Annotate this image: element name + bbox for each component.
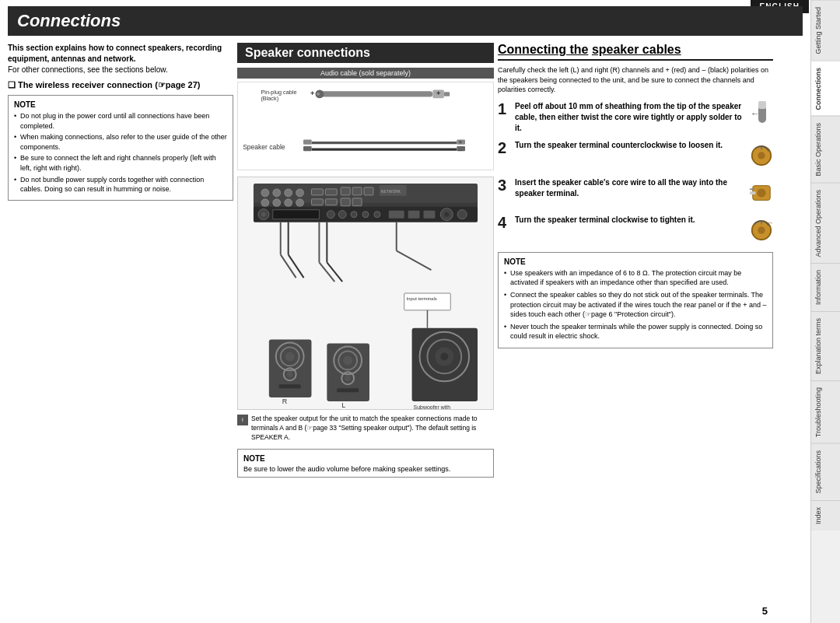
speaker-note-label: NOTE [243,454,265,463]
step-4-icon: → [750,215,773,246]
svg-rect-2 [320,91,432,96]
note-item-4: Do not bundle power supply cords togethe… [14,175,227,194]
svg-text:+: + [436,89,440,97]
svg-point-46 [362,212,369,218]
svg-point-45 [351,212,357,218]
equipment-diagram: NETWORK [237,177,494,410]
step-2-icon [750,140,773,171]
svg-line-63 [397,250,432,270]
speaker-info-text: Set the speaker output for the unit to m… [251,415,494,443]
left-column: This section explains how to connect spe… [8,43,233,205]
svg-text:→: → [768,219,774,226]
svg-text:NETWORK: NETWORK [381,190,401,194]
svg-rect-70 [279,384,301,388]
svg-text:R: R [282,397,288,405]
connecting-note-2: • Connect the speaker cables so they do … [504,290,767,320]
step-4: 4 Turn the speaker terminal clockwise to… [498,215,773,246]
svg-rect-78 [337,388,359,392]
step-3-number: 3 [498,177,510,193]
sidebar-tab-getting-started[interactable]: Getting Started [811,0,840,61]
sidebar-tab-explanation-terms[interactable]: Explanation terms [811,311,840,380]
step-1-text: Peel off about 10 mm of sheathing from t… [515,101,745,134]
svg-point-77 [345,375,351,381]
step-1: 1 Peel off about 10 mm of sheathing from… [498,101,773,134]
svg-text:←: ← [751,108,760,119]
svg-line-57 [289,254,304,278]
audio-cable-bar: Audio cable (sold separately) [237,68,494,79]
svg-point-21 [273,189,281,197]
svg-rect-13 [303,146,312,151]
svg-text:(Black): (Black) [261,95,278,102]
sidebar-tab-advanced-operations[interactable]: Advanced Operations [811,183,840,264]
speaker-connections-title: Speaker connections [237,43,494,63]
connecting-note-label: NOTE [504,257,526,266]
svg-point-24 [261,199,269,207]
connecting-header: Connecting the speaker cables [498,43,773,61]
svg-point-25 [273,199,281,207]
svg-rect-28 [311,189,323,195]
svg-point-47 [374,212,380,218]
connections-note-label: NOTE [14,100,36,109]
step-3: 3 Insert the speaker cable's core wire t… [498,177,773,208]
svg-rect-6 [444,92,450,96]
svg-point-23 [296,189,304,197]
sidebar-tab-index[interactable]: Index [811,500,840,530]
speaker-note-text: Be sure to lower the audio volume before… [243,465,488,473]
svg-rect-12 [303,139,312,144]
svg-point-67 [285,352,295,361]
diagram-svg: NETWORK [238,177,493,409]
connecting-note-1: • Use speakers with an impedance of 6 to… [504,268,767,288]
svg-line-60 [319,262,334,282]
cable-diagram: Pin-plug cable (Black) + + Speaker cable [237,82,494,170]
svg-point-84 [440,352,448,360]
connecting-note-box: NOTE • Use speakers with an impedance of… [498,252,773,348]
sidebar-tab-troubleshooting[interactable]: Troubleshooting [811,380,840,443]
svg-point-75 [343,355,352,365]
svg-text:Input terminals: Input terminals [407,296,437,301]
svg-text:–: – [458,146,462,154]
step-1-icon: ← [750,101,773,132]
connections-title: Connections [8,6,803,36]
svg-rect-29 [325,189,337,195]
step-3-text: Insert the speaker cable's core wire to … [515,177,745,199]
cable-diagram-svg: Pin-plug cable (Black) + + [241,86,490,124]
svg-rect-50 [424,211,436,219]
sidebar-tab-information[interactable]: Information [811,263,840,311]
svg-point-43 [327,211,334,219]
svg-point-44 [338,211,346,219]
svg-line-61 [327,262,342,282]
svg-rect-35 [341,198,350,206]
note-item-1: Do not plug in the power cord until all … [14,111,227,131]
svg-rect-34 [364,187,373,195]
svg-rect-33 [352,187,362,195]
svg-point-20 [261,189,269,197]
svg-rect-48 [389,211,404,219]
connecting-intro: Carefully check the left (L) and right (… [498,65,773,95]
svg-text:+: + [458,138,462,146]
step-4-text: Turn the speaker terminal clockwise to t… [515,215,745,226]
step-1-number: 1 [498,101,510,117]
svg-point-26 [285,199,292,207]
connecting-notes-list: • Use speakers with an impedance of 6 to… [504,268,767,341]
svg-rect-99 [750,188,754,190]
svg-text:L: L [341,401,345,409]
step-3-icon [750,177,773,208]
sidebar-tab-connections[interactable]: Connections [811,61,840,117]
svg-rect-32 [341,187,350,195]
svg-text:Speaker cable: Speaker cable [243,143,285,151]
svg-point-97 [757,188,765,197]
svg-point-94 [758,152,765,159]
svg-rect-42 [273,210,320,219]
sidebar-tab-specifications[interactable]: Specifications [811,443,840,500]
step-2: 2 Turn the speaker terminal counterclock… [498,140,773,171]
sidebar-tab-basic-operations[interactable]: Basic Operations [811,116,840,183]
note-item-2: When making connections, also refer to t… [14,132,227,152]
svg-text:+: + [310,89,314,97]
speaker-note-box: NOTE Be sure to lower the audio volume b… [237,449,494,478]
svg-rect-36 [352,198,362,206]
connections-note-box: NOTE Do not plug in the power cord until… [8,95,233,201]
speaker-cable-svg: Speaker cable + – [241,128,490,166]
svg-text:Subwoofer with: Subwoofer with [414,404,451,409]
svg-point-53 [457,210,467,219]
note-item-3: Be sure to connect the left and right ch… [14,153,227,173]
